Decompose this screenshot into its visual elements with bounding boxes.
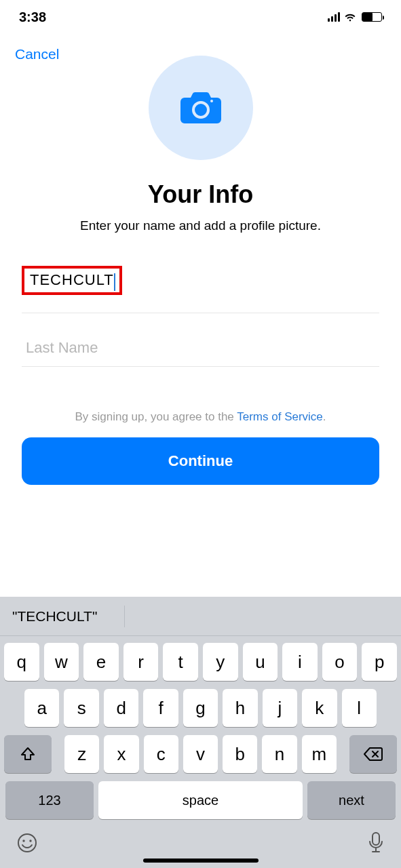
space-key[interactable]: space	[98, 781, 303, 819]
key-k[interactable]: k	[302, 689, 337, 727]
key-c[interactable]: c	[144, 735, 178, 773]
key-n[interactable]: n	[262, 735, 297, 773]
key-m[interactable]: m	[302, 735, 337, 773]
battery-icon	[362, 12, 382, 22]
key-row-3: zxcvbnm	[4, 735, 397, 773]
key-row-1: qwertyuiop	[4, 643, 397, 681]
key-g[interactable]: g	[183, 689, 218, 727]
svg-point-3	[22, 840, 24, 842]
key-u[interactable]: u	[243, 643, 278, 681]
svg-rect-5	[373, 833, 379, 845]
tos-link[interactable]: Terms of Service	[237, 410, 323, 423]
first-name-highlight: TECHCULT	[22, 266, 122, 295]
key-s[interactable]: s	[64, 689, 98, 727]
key-o[interactable]: o	[322, 643, 358, 681]
tos-text: By signing up, you agree to the Terms of…	[0, 410, 401, 424]
status-bar: 3:38	[0, 0, 401, 34]
key-v[interactable]: v	[183, 735, 218, 773]
next-key[interactable]: next	[307, 781, 396, 819]
cellular-icon	[328, 12, 340, 22]
key-l[interactable]: l	[342, 689, 377, 727]
numeric-key[interactable]: 123	[5, 781, 94, 819]
status-right	[328, 11, 382, 23]
key-t[interactable]: t	[163, 643, 198, 681]
last-name-input[interactable]	[22, 330, 379, 367]
key-q[interactable]: q	[4, 643, 39, 681]
key-z[interactable]: z	[64, 735, 99, 773]
key-i[interactable]: i	[282, 643, 318, 681]
continue-button[interactable]: Continue	[22, 437, 379, 485]
status-time: 3:38	[19, 9, 46, 25]
key-b[interactable]: b	[223, 735, 257, 773]
key-f[interactable]: f	[143, 689, 178, 727]
key-p[interactable]: p	[362, 643, 397, 681]
key-r[interactable]: r	[123, 643, 159, 681]
cancel-button[interactable]: Cancel	[15, 46, 59, 62]
key-a[interactable]: a	[24, 689, 59, 727]
key-h[interactable]: h	[223, 689, 257, 727]
svg-point-4	[29, 840, 31, 842]
key-row-2: asdfghjkl	[4, 689, 397, 727]
shift-icon	[20, 746, 36, 762]
camera-icon	[180, 91, 221, 125]
backspace-icon	[363, 746, 383, 762]
key-j[interactable]: j	[263, 689, 297, 727]
name-form: TECHCULT	[0, 233, 401, 367]
text-cursor	[114, 273, 115, 291]
first-name-input[interactable]: TECHCULT	[28, 269, 115, 291]
key-e[interactable]: e	[83, 643, 119, 681]
wifi-icon	[344, 11, 356, 23]
key-y[interactable]: y	[203, 643, 238, 681]
shift-key[interactable]	[4, 735, 52, 773]
suggestion-bar[interactable]: "TECHCULT"	[0, 597, 401, 636]
keyboard: "TECHCULT" qwertyuiop asdfghjkl zxcvbnm …	[0, 597, 401, 868]
svg-point-2	[18, 834, 36, 852]
smile-icon	[16, 832, 38, 854]
key-row-4: 123 space next	[4, 781, 397, 819]
emoji-key[interactable]	[16, 832, 38, 856]
dictation-key[interactable]	[367, 831, 385, 857]
backspace-key[interactable]	[349, 735, 397, 773]
suggestion-1[interactable]: "TECHCULT"	[12, 606, 125, 627]
page-subtitle: Enter your name and add a profile pictur…	[0, 218, 401, 233]
add-photo-button[interactable]	[149, 56, 253, 160]
key-w[interactable]: w	[44, 643, 79, 681]
page-title: Your Info	[0, 180, 401, 209]
mic-icon	[367, 831, 385, 854]
key-x[interactable]: x	[104, 735, 138, 773]
home-indicator[interactable]	[143, 859, 259, 863]
key-d[interactable]: d	[104, 689, 138, 727]
svg-point-1	[210, 100, 213, 102]
